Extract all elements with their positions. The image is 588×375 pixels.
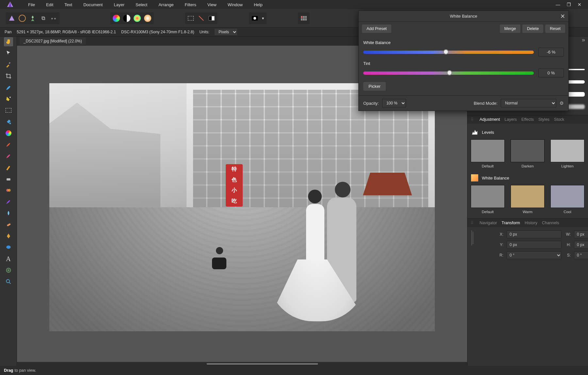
svg-rect-12 xyxy=(7,223,11,227)
selection-tools-group xyxy=(185,12,218,24)
dodge-tool[interactable] xyxy=(4,209,13,218)
export-persona-icon[interactable]: ∘∘ xyxy=(48,13,59,23)
quick-mask-icon[interactable] xyxy=(250,13,260,23)
menu-edit[interactable]: Edit xyxy=(46,2,53,7)
deselect-icon[interactable] xyxy=(196,13,206,23)
zoom-tool[interactable] xyxy=(4,277,13,286)
inpaint-tool[interactable] xyxy=(4,197,13,206)
mesh-warp-tool[interactable] xyxy=(4,266,13,275)
panel-overflow-icon[interactable]: » xyxy=(579,37,588,46)
paint-mixer-tool[interactable] xyxy=(4,151,13,161)
auto-colors-icon[interactable] xyxy=(132,13,142,23)
tab-channels[interactable]: Channels xyxy=(542,221,559,225)
levels-preset-darken[interactable]: Darken xyxy=(511,139,545,168)
color-picker-tool[interactable] xyxy=(4,60,13,69)
gradient-tool[interactable] xyxy=(4,129,13,138)
mask-dropdown-icon[interactable]: ▾ xyxy=(260,13,266,23)
text-tool[interactable]: A xyxy=(4,254,13,263)
wb-preset-warm[interactable]: Warm xyxy=(511,185,545,214)
units-select[interactable]: Pixels xyxy=(215,29,237,35)
move-tool[interactable] xyxy=(4,49,13,58)
close-icon[interactable]: ✕ xyxy=(578,2,581,7)
panel-grip-icon[interactable]: ⠿ xyxy=(471,221,474,225)
flood-fill-tool[interactable] xyxy=(4,117,13,126)
hand-tool[interactable] xyxy=(4,37,13,46)
menu-text[interactable]: Text xyxy=(64,2,72,7)
merge-button[interactable]: Merge xyxy=(500,24,520,33)
x-input[interactable] xyxy=(507,230,562,238)
menu-view[interactable]: View xyxy=(207,2,217,7)
tab-layers[interactable]: Layers xyxy=(505,117,517,122)
delete-button[interactable]: Delete xyxy=(522,24,543,33)
marquee-icon[interactable] xyxy=(186,13,196,23)
tab-adjustment[interactable]: Adjustment xyxy=(480,117,500,122)
panel-grip-icon[interactable]: ⠿ xyxy=(471,117,474,122)
minimize-icon[interactable]: — xyxy=(556,2,560,7)
flood-select-tool[interactable] xyxy=(4,94,13,103)
photo-persona-icon[interactable] xyxy=(7,13,17,23)
tab-effects[interactable]: Effects xyxy=(521,117,534,122)
tint-slider-handle[interactable] xyxy=(447,70,452,75)
levels-preset-default[interactable]: Default xyxy=(471,139,505,168)
transform-anchor[interactable] xyxy=(471,230,472,245)
auto-wb-icon[interactable] xyxy=(142,13,153,23)
dialog-close-icon[interactable]: ✕ xyxy=(560,13,565,20)
s-input[interactable]: 0 ° xyxy=(574,251,588,259)
menu-window[interactable]: Window xyxy=(228,2,243,7)
comment-tool[interactable] xyxy=(4,243,13,252)
clone-tool[interactable] xyxy=(4,186,13,195)
maximize-icon[interactable]: ❐ xyxy=(567,2,571,7)
invert-icon[interactable] xyxy=(206,13,217,23)
opacity-select[interactable]: 100 % xyxy=(382,99,406,107)
w-input[interactable] xyxy=(574,230,588,238)
pixel-tool[interactable] xyxy=(4,163,13,172)
menu-select[interactable]: Select xyxy=(136,2,147,7)
add-preset-button[interactable]: Add Preset xyxy=(362,24,391,33)
tint-value[interactable]: 0 % xyxy=(538,69,564,77)
paint-brush-tool[interactable] xyxy=(4,140,13,149)
tab-navigator[interactable]: Navigator xyxy=(480,221,497,225)
r-input[interactable]: 0 ° xyxy=(507,251,562,259)
healing-tool[interactable] xyxy=(4,220,13,229)
picker-button[interactable]: Picker xyxy=(363,82,386,91)
gear-icon[interactable]: ⚙ xyxy=(560,101,564,106)
levels-header[interactable]: Levels xyxy=(471,128,585,136)
tab-history[interactable]: History xyxy=(525,221,537,225)
wb-header[interactable]: White Balance xyxy=(471,174,585,182)
marquee-tool[interactable] xyxy=(4,106,13,115)
menu-help[interactable]: Help xyxy=(254,2,263,7)
wb-preset-cool[interactable]: Cool xyxy=(550,185,584,214)
auto-levels-icon[interactable] xyxy=(111,13,122,23)
wb-slider-handle[interactable] xyxy=(443,49,449,55)
tone-map-persona-icon[interactable]: ⧉ xyxy=(38,13,48,23)
arrange-icon[interactable] xyxy=(298,12,310,24)
develop-persona-icon[interactable] xyxy=(27,13,38,23)
wb-value[interactable]: -6 % xyxy=(538,48,564,56)
h-input[interactable] xyxy=(574,241,588,249)
horizontal-scrollbar[interactable] xyxy=(17,362,467,366)
selection-brush-tool[interactable] xyxy=(4,83,13,92)
tab-transform[interactable]: Transform xyxy=(502,221,520,225)
erase-tool[interactable] xyxy=(4,174,13,183)
levels-preset-lighten[interactable]: Lighten xyxy=(550,139,584,168)
crop-tool[interactable] xyxy=(4,71,13,81)
document-tab[interactable]: _DSC2027.jpg [Modified] (22.0%) xyxy=(20,38,86,45)
reset-button[interactable]: Reset xyxy=(545,24,565,33)
liquify-persona-icon[interactable] xyxy=(17,13,27,23)
menu-file[interactable]: File xyxy=(28,2,35,7)
tint-slider[interactable] xyxy=(363,71,534,75)
auto-contrast-icon[interactable] xyxy=(122,13,132,23)
dialog-titlebar[interactable]: White Balance ✕ xyxy=(359,11,568,22)
y-input[interactable] xyxy=(507,241,562,249)
menu-layer[interactable]: Layer xyxy=(114,2,124,7)
tab-stock[interactable]: Stock xyxy=(554,117,564,122)
wb-slider[interactable] xyxy=(363,51,534,54)
menu-arrange[interactable]: Arrange xyxy=(158,2,173,7)
wb-preset-default[interactable]: Default xyxy=(471,185,505,214)
menu-filters[interactable]: Filters xyxy=(185,2,196,7)
tab-styles[interactable]: Styles xyxy=(538,117,549,122)
pen-tool[interactable] xyxy=(4,231,13,241)
menu-document[interactable]: Document xyxy=(83,2,103,7)
blend-mode-select[interactable]: Normal xyxy=(501,99,556,107)
color-tools-group xyxy=(110,12,154,24)
